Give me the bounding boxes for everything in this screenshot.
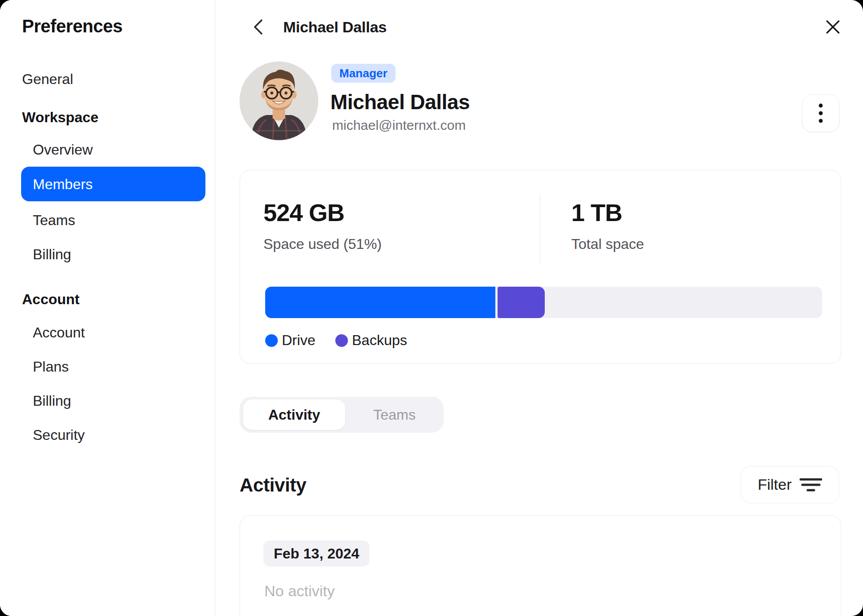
total-space-value: 1 TB [571, 199, 622, 226]
sidebar-item-general[interactable]: General [22, 71, 73, 88]
usage-bar-segment-backups [498, 287, 545, 318]
kebab-menu-icon [818, 103, 823, 124]
sidebar-section-account: Account [22, 291, 80, 308]
avatar [240, 62, 318, 140]
detail-tabs: Activity Teams [240, 397, 444, 433]
sidebar-item-members-label: Members [33, 176, 93, 192]
avatar-photo [240, 62, 318, 140]
backups-legend-dot [335, 334, 348, 347]
drive-legend-dot [265, 334, 278, 347]
legend-item-drive: Drive [265, 332, 316, 349]
close-icon [825, 19, 841, 35]
tab-teams[interactable]: Teams [345, 397, 444, 433]
member-name: Michael Dallas [330, 90, 470, 114]
storage-card: 524 GB Space used (51%) 1 TB Total space… [240, 170, 841, 364]
member-email: michael@internxt.com [332, 118, 466, 133]
preferences-window: Preferences General Workspace Overview M… [0, 0, 863, 616]
sidebar-item-plans[interactable]: Plans [33, 359, 69, 375]
sidebar: Preferences General Workspace Overview M… [0, 0, 215, 616]
sidebar-item-members[interactable]: Members [21, 167, 205, 201]
sidebar-item-overview[interactable]: Overview [33, 142, 93, 158]
activity-date-chip: Feb 13, 2024 [263, 541, 369, 567]
page-title: Michael Dallas [283, 18, 387, 36]
sidebar-section-workspace: Workspace [22, 109, 98, 126]
filter-button-label: Filter [758, 476, 792, 493]
space-used-label: Space used (51%) [263, 236, 382, 253]
filter-button[interactable]: Filter [741, 466, 839, 503]
usage-bar-segment-drive [265, 287, 495, 318]
role-badge: Manager [331, 64, 396, 83]
activity-heading: Activity [240, 474, 307, 496]
close-button[interactable] [823, 17, 843, 37]
usage-bar [265, 287, 822, 318]
member-options-button[interactable] [802, 94, 840, 132]
back-button[interactable] [248, 17, 268, 37]
sidebar-item-billing-account[interactable]: Billing [33, 393, 71, 409]
chevron-left-icon [252, 18, 264, 35]
stats-divider [540, 194, 540, 263]
sidebar-item-account[interactable]: Account [33, 324, 85, 341]
backups-legend-label: Backups [352, 332, 407, 349]
activity-card: Feb 13, 2024 No activity [240, 515, 841, 616]
legend-item-backups: Backups [335, 332, 407, 349]
tab-activity[interactable]: Activity [243, 399, 345, 430]
total-space-label: Total space [571, 236, 644, 253]
space-used-value: 524 GB [263, 199, 344, 226]
activity-empty-text: No activity [264, 582, 335, 600]
sidebar-item-teams[interactable]: Teams [33, 212, 75, 229]
sidebar-item-billing-workspace[interactable]: Billing [33, 246, 71, 263]
drive-legend-label: Drive [282, 332, 316, 349]
sidebar-item-security[interactable]: Security [33, 427, 85, 443]
filter-icon [800, 477, 822, 493]
sidebar-title: Preferences [22, 16, 123, 36]
